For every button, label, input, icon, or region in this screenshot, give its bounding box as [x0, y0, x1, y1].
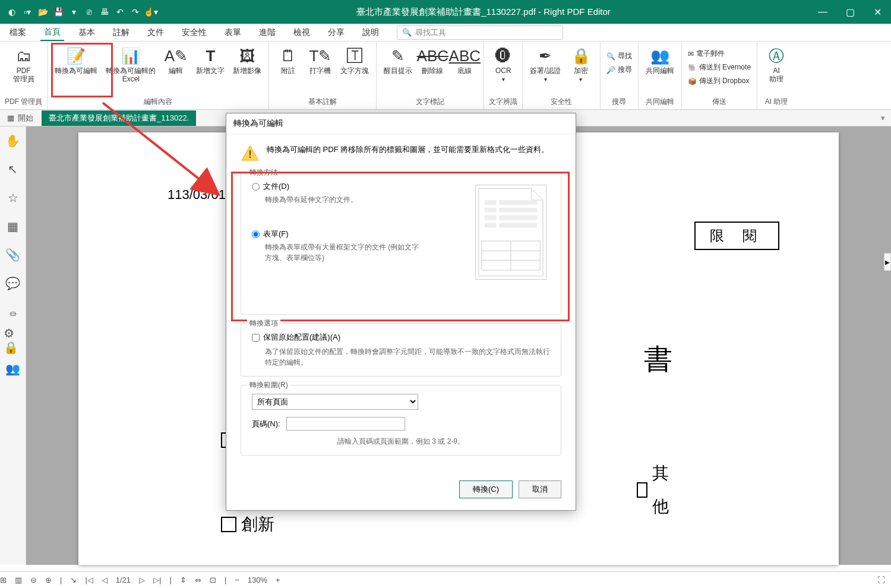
add-image-button[interactable]: 🖼 新增影像	[230, 44, 264, 77]
menu-advanced[interactable]: 進階	[255, 25, 279, 40]
tab-start[interactable]: ▦開始	[0, 110, 40, 126]
ai-button[interactable]: ⒶAI 助理	[762, 44, 791, 86]
highlight-icon: ✎	[388, 46, 407, 65]
sb-prev-view[interactable]: ⊖	[30, 576, 37, 584]
typewriter-button[interactable]: T✎打字機	[306, 44, 334, 77]
select-tool[interactable]: ↖	[4, 160, 23, 179]
svg-rect-8	[485, 223, 497, 227]
ocr-icon: 🅞	[494, 46, 513, 65]
close-button[interactable]: ✕	[864, 0, 891, 24]
sb-cascade[interactable]: ⊞	[0, 576, 7, 584]
menu-document[interactable]: 文件	[144, 25, 168, 40]
dropbox-button[interactable]: 📦傳送到 Dropbox	[687, 75, 752, 87]
dropbox-icon: 📦	[688, 77, 697, 86]
menubar: 檔案 首頁 基本 註解 文件 安全性 表單 進階 檢視 分享 說明 🔍 尋找工具	[0, 24, 891, 42]
scan-icon[interactable]: ⎚	[82, 5, 96, 19]
new-dropdown[interactable]: ▫▾	[20, 5, 34, 19]
undo-icon[interactable]: ↶	[113, 5, 127, 19]
dialog-title: 轉換為可編輯	[226, 113, 576, 134]
add-text-button[interactable]: T 新增文字	[194, 44, 227, 77]
sb-page-indicator[interactable]: 1/21	[116, 576, 131, 584]
tab-dropdown[interactable]: ▾	[881, 113, 891, 122]
hand-dropdown[interactable]: ☝▾	[144, 5, 158, 19]
attach-tool[interactable]: 📎	[4, 245, 23, 264]
menu-basic[interactable]: 基本	[75, 25, 99, 40]
sb-cursor[interactable]: ↘	[70, 576, 77, 584]
svg-rect-3	[499, 200, 537, 205]
hand-tool[interactable]: ✋	[4, 131, 23, 150]
share-tool[interactable]: 👥	[4, 359, 23, 378]
menu-help[interactable]: 說明	[359, 25, 383, 40]
edit-button[interactable]: A✎ 編輯	[162, 44, 190, 77]
svg-rect-2	[485, 200, 497, 205]
thumbnail-tool[interactable]: ▦	[4, 217, 23, 236]
menu-annotate[interactable]: 註解	[109, 25, 133, 40]
open-icon[interactable]: 📂	[36, 5, 50, 19]
lock-icon: 🔒	[571, 46, 590, 65]
svg-text:!: !	[248, 148, 252, 160]
sb-zoom-level[interactable]: 130%	[248, 576, 267, 584]
find-button[interactable]: 🔍尋找	[605, 50, 633, 62]
redo-icon[interactable]: ↷	[128, 5, 143, 19]
sb-zoom-in[interactable]: +	[276, 576, 280, 584]
sb-fit3[interactable]: ⊡	[210, 576, 216, 584]
email-button[interactable]: ✉電子郵件	[687, 48, 752, 60]
menu-share[interactable]: 分享	[324, 25, 348, 40]
ai-icon: Ⓐ	[767, 46, 786, 65]
strikethrough-button[interactable]: ABC刪除線	[418, 44, 447, 77]
warning-icon: !	[241, 144, 260, 163]
search-tools-input[interactable]: 🔍 尋找工具	[397, 26, 563, 40]
pdf-manager-button[interactable]: 🗂 PDF 管理員	[10, 44, 38, 86]
minimize-button[interactable]: —	[809, 0, 836, 24]
edit-icon: A✎	[166, 46, 185, 65]
security-tool[interactable]: ⚙🔒	[4, 331, 23, 350]
sb-last-page[interactable]: ▷|	[153, 576, 161, 584]
expand-handle[interactable]: ▶	[884, 253, 891, 271]
sign-button[interactable]: ✒簽署/認證▾	[527, 44, 563, 85]
note-icon: 🗒	[279, 46, 298, 65]
underline-button[interactable]: ABC底線	[450, 44, 479, 77]
evernote-button[interactable]: 🐘傳送到 Evernote	[687, 61, 752, 74]
highlight-button[interactable]: ✎醒目提示	[381, 44, 415, 77]
menu-form[interactable]: 表單	[221, 25, 245, 40]
save-dropdown[interactable]: ▾	[67, 5, 81, 19]
app-icon[interactable]: ◐	[5, 5, 19, 19]
bookmark-tool[interactable]: ☆	[4, 188, 23, 207]
convert-button[interactable]: 轉換(C)	[459, 480, 513, 498]
sb-fullscreen[interactable]: ⛶	[877, 576, 885, 584]
ocr-button[interactable]: 🅞OCR▾	[489, 44, 517, 85]
tab-document[interactable]: 臺北市產業發展創業補助計畫書_113022.	[42, 110, 196, 126]
collab-button[interactable]: 👥共同編輯	[643, 44, 677, 77]
sb-first-page[interactable]: |◁	[85, 576, 93, 584]
ribbon: 🗂 PDF 管理員 PDF 管理員 📝 轉換為可編輯 📊 轉換為可編輯的 Exc…	[0, 42, 891, 110]
range-select[interactable]: 所有頁面	[252, 394, 418, 410]
sb-zoom-out[interactable]: −	[235, 576, 239, 584]
menu-security[interactable]: 安全性	[178, 25, 210, 40]
textbox-button[interactable]: 🅃文字方塊	[338, 44, 371, 77]
left-toolbar: ✋ ↖ ☆ ▦ 📎 💬 ⏛ ⚙🔒 👥	[0, 127, 26, 565]
stamp-tool[interactable]: ⏛	[4, 302, 23, 321]
sb-prev-page[interactable]: ◁	[102, 576, 108, 584]
comment-tool[interactable]: 💬	[4, 274, 23, 293]
encrypt-button[interactable]: 🔒加密▾	[567, 44, 595, 85]
sb-next-view[interactable]: ⊕	[45, 576, 52, 584]
maximize-button[interactable]: ▢	[836, 0, 864, 24]
cancel-button[interactable]: 取消	[519, 480, 561, 498]
sb-fit1[interactable]: ⇕	[180, 576, 187, 584]
attachment-button[interactable]: 🗒附註	[274, 44, 302, 77]
image-icon: 🖼	[238, 46, 257, 65]
page-num-input[interactable]	[286, 417, 405, 431]
menu-home[interactable]: 首頁	[40, 24, 64, 41]
sb-fit2[interactable]: ⇔	[195, 576, 201, 584]
statusbar: ⊞ ▥ ⊖ ⊕ | ↘ |◁ ◁ 1/21 ▷ ▷| | ⇕ ⇔ ⊡ | − 1…	[0, 571, 891, 588]
email-icon: ✉	[688, 50, 694, 58]
menu-file[interactable]: 檔案	[6, 25, 30, 40]
search-icon: 🔍	[402, 28, 412, 37]
menu-view[interactable]: 檢視	[290, 25, 314, 40]
print-icon[interactable]: 🖶	[97, 5, 112, 19]
sb-next-page[interactable]: ▷	[139, 576, 145, 584]
save-icon[interactable]: 💾	[51, 5, 65, 19]
search-button[interactable]: 🔎搜尋	[605, 64, 633, 76]
sb-tile[interactable]: ▥	[15, 576, 22, 584]
preserve-checkbox[interactable]: 保留原始配置(建議)(A)	[252, 332, 550, 343]
